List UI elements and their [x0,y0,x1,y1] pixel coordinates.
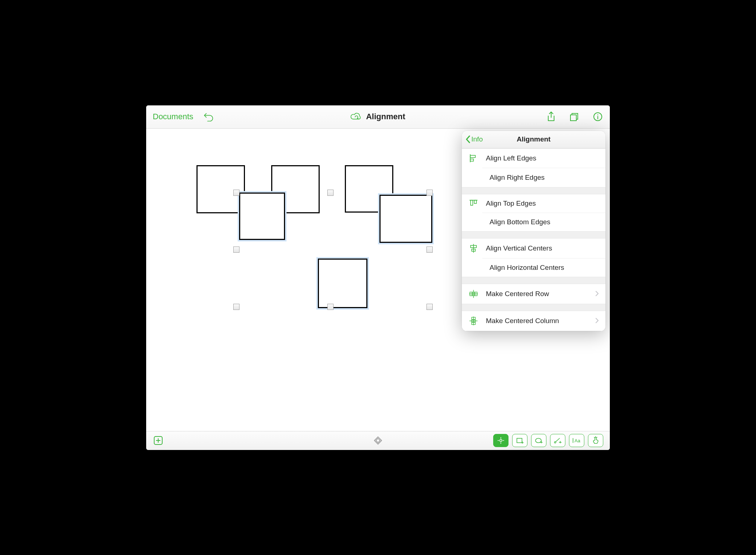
text-tool[interactable]: Aa [569,434,584,447]
row-label: Align Left Edges [486,154,536,162]
make-centered-row[interactable]: Make Centered Row [462,284,605,304]
cloud-sync-icon[interactable] [351,111,362,122]
svg-rect-23 [517,438,522,443]
svg-rect-7 [471,200,473,205]
rectangle-shape[interactable] [239,193,285,240]
align-right-icon [462,173,482,182]
row-label: Align Horizontal Centers [490,264,564,272]
svg-point-22 [500,439,502,442]
centered-row-icon [468,290,479,298]
svg-rect-6 [472,178,476,181]
svg-point-25 [554,442,556,443]
row-label: Make Centered Column [486,317,559,325]
selection-handle[interactable] [233,304,239,310]
selection-handle[interactable] [327,190,334,196]
add-button[interactable] [153,435,164,446]
centered-column-icon [468,316,479,326]
align-left-icon [468,154,479,163]
ellipse-tool[interactable] [531,434,546,447]
rectangle-tool[interactable] [512,434,527,447]
svg-rect-3 [470,155,475,158]
svg-point-24 [535,438,541,443]
diamond-center-icon[interactable] [373,435,383,446]
row-label: Align Vertical Centers [486,244,552,252]
align-hcenter-icon [462,264,482,272]
row-label: Align Right Edges [490,174,545,182]
selection-handle[interactable] [327,304,334,310]
align-top-edges[interactable]: Align Top Edges [462,194,605,213]
selection-handle[interactable] [426,190,433,196]
touch-tool[interactable] [588,434,603,447]
selection-handle[interactable] [233,247,239,253]
svg-rect-10 [474,222,476,225]
share-button[interactable] [546,111,557,122]
top-toolbar: Documents Alignment [146,105,610,129]
align-left-edges[interactable]: Align Left Edges [462,149,605,168]
row-label: Make Centered Row [486,290,549,298]
svg-text:Aa: Aa [574,438,581,443]
documents-button[interactable]: Documents [153,112,193,121]
align-bottom-icon [462,218,482,226]
selection-tool[interactable] [493,434,508,447]
row-label: Align Top Edges [486,199,536,207]
popover-title: Alignment [462,135,605,143]
info-button[interactable] [592,111,603,122]
canvases-button[interactable] [569,111,580,122]
svg-point-2 [597,115,598,115]
align-vcenter-icon [468,244,479,253]
align-bottom-edges[interactable]: Align Bottom Edges [482,213,605,231]
chevron-right-icon [595,289,599,299]
rectangle-shape[interactable] [318,259,367,308]
svg-rect-0 [570,115,576,121]
bottom-toolbar: Aa [146,431,610,450]
svg-rect-13 [470,265,472,271]
make-centered-column[interactable]: Make Centered Column [462,311,605,331]
popover-back-label: Info [471,135,483,143]
svg-rect-5 [471,175,476,177]
line-tool[interactable] [550,434,565,447]
row-label: Align Bottom Edges [490,218,550,226]
selection-handle[interactable] [426,304,433,310]
selection-handle[interactable] [426,247,433,253]
selection-handle[interactable] [233,190,239,196]
chevron-right-icon [595,316,599,326]
svg-rect-14 [474,266,476,269]
svg-rect-9 [470,220,472,225]
align-horizontal-centers[interactable]: Align Horizontal Centers [482,258,605,277]
document-title: Alignment [366,112,405,121]
undo-button[interactable] [203,111,214,122]
svg-rect-4 [470,159,474,161]
inspector-popover: Info Alignment Align Left Edges Align Ri… [462,131,605,331]
align-top-icon [468,199,479,207]
popover-back-button[interactable]: Info [465,135,483,143]
rectangle-shape[interactable] [196,165,245,213]
svg-rect-8 [474,200,476,203]
rectangle-shape[interactable] [379,195,432,243]
align-right-edges[interactable]: Align Right Edges [482,168,605,187]
align-vertical-centers[interactable]: Align Vertical Centers [462,238,605,258]
popover-header: Info Alignment [462,131,605,148]
